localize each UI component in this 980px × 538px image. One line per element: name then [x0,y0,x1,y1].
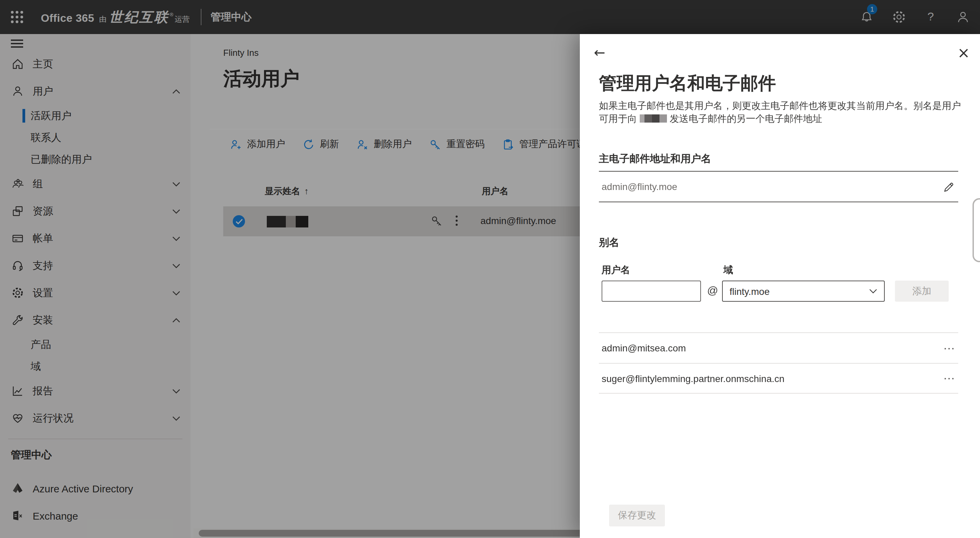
primary-email-section-label: 主电子邮件地址和用户名 [599,153,711,166]
alias-domain-label: 域 [724,264,733,276]
alias-username-input[interactable] [601,281,701,302]
at-symbol: @ [707,285,718,297]
alias-section-heading: 别名 [599,236,619,249]
select-chevron-down-icon [869,289,877,294]
manage-email-flyout: ← × 管理用户名和电子邮件 如果主电子邮件也是其用户名，则更改主电子邮件也将更… [580,34,980,538]
alias-list-item: admin@mitsea.com ... [599,333,958,363]
alias-email: suger@flintylemming.partner.onmschina.cn [599,373,941,384]
vertical-scrollbar-thumb[interactable] [972,198,980,262]
save-changes-button[interactable]: 保存更改 [609,504,665,527]
alias-domain-value: flinty.moe [723,286,869,297]
flyout-description: 如果主电子邮件也是其用户名，则更改主电子邮件也将更改其当前用户名。别名是用户可用… [599,99,964,125]
primary-email-value: admin@flinty.moe [599,181,939,192]
alias-more-button[interactable]: ... [941,371,958,385]
alias-more-button[interactable]: ... [941,341,958,355]
alias-list: admin@mitsea.com ... suger@flintylemming… [599,332,958,394]
close-button[interactable]: × [954,43,973,62]
alias-username-label: 用户名 [601,264,630,276]
alias-domain-select[interactable]: flinty.moe [722,281,885,302]
alias-email: admin@mitsea.com [599,343,941,353]
pencil-icon [942,181,954,192]
add-alias-button[interactable]: 添加 [895,281,949,302]
redacted-user-name [640,114,667,123]
office365-admin-center: Office 365 由 世纪互联 ® 运营 管理中心 1 [0,0,980,538]
flyout-title: 管理用户名和电子邮件 [599,72,776,95]
edit-primary-email-button[interactable] [939,178,957,195]
alias-list-item: suger@flintylemming.partner.onmschina.cn… [599,363,958,393]
primary-email-row: admin@flinty.moe [599,171,958,202]
back-button[interactable]: ← [591,43,608,61]
